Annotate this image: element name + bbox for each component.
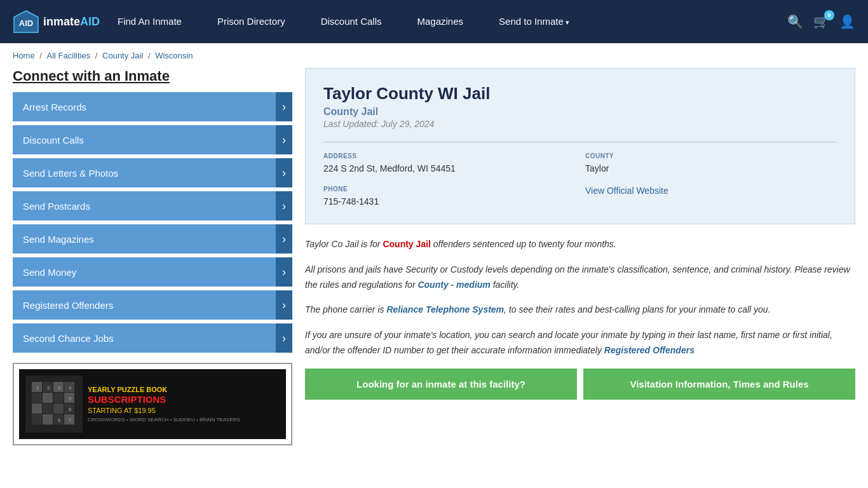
svg-rect-16 [43, 414, 53, 424]
desc-p4-before: If you are unsure of your inmate's locat… [305, 330, 832, 355]
facility-type: County Jail [323, 106, 837, 118]
ad-price: STARTING AT $19.95 [88, 407, 280, 414]
user-icon[interactable]: 👤 [839, 14, 855, 29]
nav-send-to-inmate[interactable]: Send to Inmate [481, 0, 587, 44]
sidebar-send-money[interactable]: Send Money › [13, 257, 292, 287]
desc-paragraph-1: Taylor Co Jail is for County Jail offend… [305, 237, 855, 252]
registered-offenders-link[interactable]: Registered Offenders [604, 345, 695, 355]
sidebar-label-registered-offenders: Registered Offenders [23, 300, 113, 311]
cart-badge: 0 [824, 10, 834, 20]
reliance-telephone-link[interactable]: Reliance Telephone System [386, 304, 504, 315]
sidebar-menu: Arrest Records › Discount Calls › Send L… [13, 92, 292, 353]
logo[interactable]: AID inmateAID [13, 10, 100, 34]
logo-icon: AID [13, 10, 39, 34]
sidebar-label-send-money: Send Money [23, 267, 76, 278]
nav-prison-directory[interactable]: Prison Directory [200, 0, 303, 43]
desc-paragraph-4: If you are unsure of your inmate's locat… [305, 328, 855, 358]
svg-rect-12 [43, 403, 53, 414]
looking-for-inmate-button[interactable]: Looking for an inmate at this facility? [305, 369, 577, 400]
svg-text:5: 5 [69, 396, 72, 402]
svg-text:4: 4 [69, 385, 72, 391]
sidebar-label-send-postcards: Send Postcards [23, 201, 90, 212]
sidebar-arrest-records[interactable]: Arrest Records › [13, 92, 292, 121]
breadcrumb-home[interactable]: Home [13, 51, 35, 60]
sidebar-title: Connect with an Inmate [13, 68, 292, 85]
ad-inner: 1 2 3 4 5 6 7 9 YEARLY PUZZLE BOOK SUBSC… [19, 369, 286, 439]
county-value: Taylor [585, 162, 837, 175]
breadcrumb: Home / All Facilities / County Jail / Wi… [0, 43, 868, 68]
desc-p3-after: , to see their rates and best-calling pl… [504, 304, 770, 315]
sidebar-send-postcards[interactable]: Send Postcards › [13, 191, 292, 220]
desc-p1-before: Taylor Co Jail is for [305, 239, 383, 249]
arrow-icon: › [276, 92, 292, 121]
puzzle-graphic: 1 2 3 4 5 6 7 9 [29, 379, 79, 430]
logo-aid-text: AID [80, 15, 100, 28]
sidebar-send-letters[interactable]: Send Letters & Photos › [13, 158, 292, 187]
sidebar-label-discount-calls: Discount Calls [23, 135, 84, 146]
visitation-info-button[interactable]: Visitation Information, Times and Rules [583, 369, 855, 400]
facility-name: Taylor County WI Jail [323, 84, 837, 104]
sidebar-label-send-magazines: Send Magazines [23, 234, 94, 245]
svg-text:AID: AID [19, 18, 33, 28]
desc-p1-after: offenders sentenced up to twenty four mo… [431, 239, 616, 249]
nav-find-inmate[interactable]: Find An Inmate [100, 0, 200, 43]
county-jail-link[interactable]: County Jail [383, 239, 430, 249]
breadcrumb-all-facilities[interactable]: All Facilities [47, 51, 91, 60]
sidebar-label-send-letters: Send Letters & Photos [23, 168, 118, 179]
svg-rect-8 [43, 393, 53, 403]
website-block: View Official Website [585, 186, 837, 208]
county-medium-link[interactable]: County - medium [417, 280, 490, 290]
desc-paragraph-3: The phone carrier is Reliance Telephone … [305, 302, 855, 318]
svg-rect-11 [32, 403, 42, 414]
cart-icon[interactable]: 🛒 0 [813, 14, 829, 29]
svg-rect-7 [32, 393, 42, 403]
arrow-icon: › [276, 323, 292, 353]
arrow-icon: › [276, 158, 292, 187]
search-icon[interactable]: 🔍 [787, 14, 803, 29]
svg-rect-15 [32, 414, 42, 424]
sidebar-label-second-chance-jobs: Second Chance Jobs [23, 333, 114, 344]
facility-info-grid: ADDRESS 224 S 2nd St, Medford, WI 54451 … [323, 142, 837, 208]
county-label: COUNTY [585, 152, 837, 159]
breadcrumb-state[interactable]: Wisconsin [155, 51, 193, 60]
sidebar-second-chance-jobs[interactable]: Second Chance Jobs › [13, 323, 292, 353]
svg-rect-13 [53, 403, 64, 414]
arrow-icon: › [276, 191, 292, 220]
advertisement[interactable]: 1 2 3 4 5 6 7 9 YEARLY PUZZLE BOOK SUBSC… [13, 363, 292, 445]
breadcrumb-county-jail[interactable]: County Jail [102, 51, 143, 60]
ad-title: YEARLY PUZZLE BOOK [88, 385, 280, 394]
sidebar: Connect with an Inmate Arrest Records › … [13, 68, 292, 445]
desc-p2-after: facility. [491, 280, 520, 290]
county-block: COUNTY Taylor [585, 152, 837, 175]
bottom-buttons: Looking for an inmate at this facility? … [305, 369, 855, 400]
nav-magazines[interactable]: Magazines [400, 0, 482, 43]
facility-card: Taylor County WI Jail County Jail Last U… [305, 68, 855, 224]
logo-inmate-text: inmate [43, 15, 80, 28]
sidebar-send-magazines[interactable]: Send Magazines › [13, 224, 292, 254]
svg-text:9: 9 [58, 417, 61, 423]
view-official-website-link[interactable]: View Official Website [585, 186, 668, 196]
address-value: 224 S 2nd St, Medford, WI 54451 [323, 162, 575, 175]
main-layout: Connect with an Inmate Arrest Records › … [0, 68, 868, 458]
nav-discount-calls[interactable]: Discount Calls [303, 0, 400, 43]
svg-text:6: 6 [69, 407, 72, 412]
facility-description: Taylor Co Jail is for County Jail offend… [305, 237, 855, 358]
arrow-icon: › [276, 125, 292, 154]
ad-desc: CROSSWORDS • WORD SEARCH • SUDOKU • BRAI… [88, 417, 280, 423]
sidebar-label-arrest-records: Arrest Records [23, 102, 86, 112]
svg-text:2: 2 [47, 385, 50, 391]
desc-p2-before: All prisons and jails have Security or C… [305, 264, 850, 290]
desc-p3-before: The phone carrier is [305, 304, 386, 315]
desc-paragraph-2: All prisons and jails have Security or C… [305, 262, 855, 293]
address-label: ADDRESS [323, 152, 575, 159]
svg-rect-9 [53, 393, 64, 403]
arrow-icon: › [276, 224, 292, 254]
sidebar-registered-offenders[interactable]: Registered Offenders › [13, 290, 292, 320]
phone-block: PHONE 715-748-1431 [323, 186, 575, 208]
main-content: Taylor County WI Jail County Jail Last U… [305, 68, 855, 445]
main-header: AID inmateAID Find An Inmate Prison Dire… [0, 0, 868, 43]
facility-updated: Last Updated: July 29, 2024 [323, 119, 837, 129]
phone-label: PHONE [323, 186, 575, 193]
svg-text:7: 7 [69, 417, 72, 423]
sidebar-discount-calls[interactable]: Discount Calls › [13, 125, 292, 154]
